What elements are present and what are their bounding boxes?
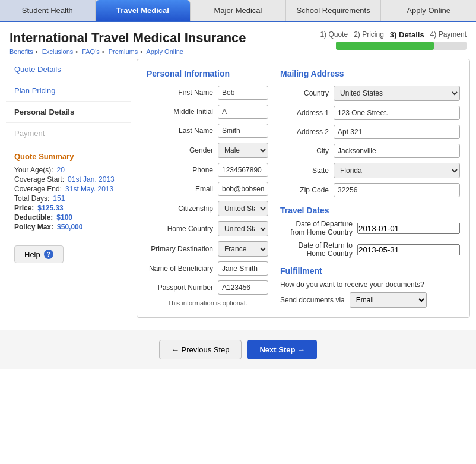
fulfillment-row: Send documents via Email Mail <box>280 292 460 308</box>
link-exclusions[interactable]: Exclusions <box>42 48 74 55</box>
country-select[interactable]: United States <box>334 86 460 101</box>
input-citizenship-wrap: United States <box>218 201 268 216</box>
row-email: Email <box>147 182 268 196</box>
row-departure: Date of Departure from Home Country <box>280 220 460 236</box>
zip-input[interactable] <box>334 183 460 197</box>
gender-select[interactable]: Male Female <box>218 143 268 158</box>
prev-step-button[interactable]: ← Previous Step <box>159 340 242 359</box>
row-first-name: First Name <box>147 86 268 100</box>
qs-policy-max-label: Policy Max: <box>14 223 53 231</box>
qs-coverage-start: Coverage Start: 01st Jan. 2013 <box>14 175 122 184</box>
row-country: Country United States <box>280 86 460 101</box>
input-middle-initial-wrap <box>218 105 268 119</box>
plan-pricing-link[interactable]: Plan Pricing <box>14 86 55 95</box>
sidebar-item-plan-pricing[interactable]: Plan Pricing <box>6 80 131 102</box>
beneficiary-input[interactable] <box>218 261 268 276</box>
link-benefits[interactable]: Benefits <box>9 48 33 55</box>
home-country-select[interactable]: United States <box>218 221 268 236</box>
nav-apply-online[interactable]: Apply Online <box>381 0 476 21</box>
input-departure-wrap <box>357 223 460 234</box>
nav-school-requirements[interactable]: School Requirements <box>286 0 382 21</box>
qs-age-value: 20 <box>57 166 65 174</box>
qs-price-label: Price: <box>14 204 34 212</box>
qs-coverage-end-value: 31st May. 2013 <box>65 185 113 193</box>
label-phone: Phone <box>147 166 218 174</box>
fulfillment-desc: How do you want to receive your document… <box>280 280 460 289</box>
help-icon: ? <box>44 250 53 259</box>
main-layout: Quote Details Plan Pricing Personal Deta… <box>0 59 476 324</box>
sidebar-item-personal-details: Personal Details <box>6 102 131 123</box>
label-departure: Date of Departure from Home Country <box>280 220 357 236</box>
header: International Travel Medical Insurance B… <box>0 22 476 59</box>
quote-summary-title: Quote Summary <box>14 152 122 161</box>
return-input[interactable] <box>357 244 460 255</box>
fulfillment-send-label: Send documents via <box>280 296 345 304</box>
nav-major-medical[interactable]: Major Medical <box>191 0 286 21</box>
header-left: International Travel Medical Insurance B… <box>9 30 246 55</box>
row-middle-initial: Middle Initial <box>147 105 268 119</box>
sidebar-item-quote-details[interactable]: Quote Details <box>6 59 131 80</box>
steps-labels: 1) Quote 2) Pricing 3) Details 4) Paymen… <box>320 30 467 39</box>
steps-area: 1) Quote 2) Pricing 3) Details 4) Paymen… <box>320 30 467 50</box>
city-input[interactable] <box>334 144 460 158</box>
email-input[interactable] <box>218 182 268 196</box>
personal-info-col: Personal Information First Name Middle I… <box>147 69 268 308</box>
help-button[interactable]: Help ? <box>14 245 64 263</box>
help-label: Help <box>24 250 40 259</box>
step-3: 3) Details <box>390 30 424 39</box>
label-address2: Address 2 <box>280 128 334 136</box>
label-city: City <box>280 147 334 155</box>
qs-age: Your Age(s): 20 <box>14 166 122 174</box>
input-email-wrap <box>218 182 268 196</box>
link-premiums[interactable]: Premiums <box>109 48 138 55</box>
state-select[interactable]: Florida <box>334 163 460 178</box>
row-city: City <box>280 144 460 158</box>
input-first-name-wrap <box>218 86 268 100</box>
label-country: Country <box>280 89 334 97</box>
mailing-address-title: Mailing Address <box>280 69 460 78</box>
step-2: 2) Pricing <box>354 30 384 39</box>
top-nav: Student Health Travel Medical Major Medi… <box>0 0 476 22</box>
step-1: 1) Quote <box>320 30 348 39</box>
passport-input[interactable] <box>218 280 268 295</box>
row-destination: Primary Destination France <box>147 241 268 257</box>
progress-bar-container <box>336 42 467 50</box>
link-apply[interactable]: Apply Online <box>147 48 183 55</box>
fulfillment-select[interactable]: Email Mail <box>350 292 427 308</box>
mailing-address-col: Mailing Address Country United States Ad… <box>280 69 460 308</box>
label-zip: Zip Code <box>280 186 334 194</box>
first-name-input[interactable] <box>218 86 268 100</box>
qs-deductible: Deductible: $100 <box>14 213 122 222</box>
label-address1: Address 1 <box>280 109 334 117</box>
departure-input[interactable] <box>357 223 460 234</box>
label-gender: Gender <box>147 146 218 154</box>
personal-info-title: Personal Information <box>147 69 268 78</box>
row-state: State Florida <box>280 163 460 178</box>
input-home-country-wrap: United States <box>218 221 268 236</box>
label-last-name: Last Name <box>147 127 218 135</box>
link-faqs[interactable]: FAQ's <box>82 48 100 55</box>
phone-input[interactable] <box>218 163 268 177</box>
row-gender: Gender Male Female <box>147 143 268 158</box>
row-phone: Phone <box>147 163 268 177</box>
sidebar: Quote Details Plan Pricing Personal Deta… <box>6 59 131 318</box>
row-beneficiary: Name of Beneficiary <box>147 261 268 276</box>
address1-input[interactable] <box>334 106 460 120</box>
page-title: International Travel Medical Insurance <box>9 30 246 46</box>
next-step-button[interactable]: Next Step → <box>247 340 317 359</box>
quote-details-link[interactable]: Quote Details <box>14 65 61 74</box>
label-email: Email <box>147 185 218 193</box>
last-name-input[interactable] <box>218 124 268 138</box>
destination-select[interactable]: France <box>218 241 268 257</box>
input-passport-wrap <box>218 280 268 295</box>
label-home-country: Home Country <box>147 225 218 233</box>
qs-total-days-label: Total Days: <box>14 194 49 203</box>
address2-input[interactable] <box>334 125 460 139</box>
nav-travel-medical[interactable]: Travel Medical <box>96 0 191 21</box>
input-destination-wrap: France <box>218 241 268 257</box>
qs-age-label: Your Age(s): <box>14 166 53 174</box>
nav-student-health[interactable]: Student Health <box>0 0 96 21</box>
citizenship-select[interactable]: United States <box>218 201 268 216</box>
middle-initial-input[interactable] <box>218 105 268 119</box>
qs-policy-max: Policy Max: $50,000 <box>14 223 122 231</box>
